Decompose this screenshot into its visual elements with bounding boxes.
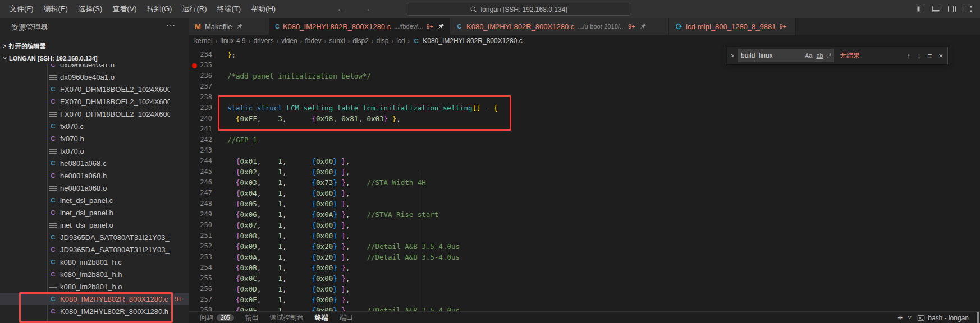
- tab-k080-uboot[interactable]: C K080_IM2HYL802R_800X1280.c .../u-boot-…: [450, 18, 669, 35]
- file-row[interactable]: CFX070_DHM18BOEL2_1024X600.h: [0, 95, 189, 108]
- line-number[interactable]: 241: [189, 124, 212, 135]
- menu-终端T[interactable]: 终端(T): [212, 0, 246, 18]
- code-line[interactable]: 243: [189, 145, 980, 156]
- line-number[interactable]: 244: [189, 156, 212, 167]
- panel-tab-问题[interactable]: 问题205: [200, 313, 234, 322]
- file-row[interactable]: inet_dsi_panel.o: [0, 219, 189, 231]
- file-row[interactable]: dx0960be40a1.o: [0, 71, 189, 83]
- line-number[interactable]: 242: [189, 135, 212, 145]
- line-number[interactable]: 238: [189, 92, 212, 103]
- code-editor[interactable]: 234};235236/*add panel initialization be…: [189, 47, 980, 311]
- code-line[interactable]: 244 {0x01, 1, {0x00} },: [189, 156, 980, 167]
- breadcrumb-item[interactable]: fbdev: [305, 37, 321, 45]
- toggle-panel-icon[interactable]: [932, 4, 941, 13]
- tab-makefile[interactable]: M Makefile: [189, 18, 269, 35]
- code-line[interactable]: 239static struct LCM_setting_table lcm_i…: [189, 103, 980, 113]
- line-number[interactable]: 239: [189, 103, 212, 113]
- breadcrumb-item[interactable]: lcd: [396, 37, 405, 45]
- forward-arrow-icon[interactable]: →: [363, 3, 371, 13]
- panel-tab-终端[interactable]: 终端: [315, 313, 328, 322]
- line-number[interactable]: 253: [189, 252, 212, 262]
- file-row[interactable]: Cfx070.c: [0, 120, 189, 132]
- code-line[interactable]: 255 {0x0C, 1, {0x00} },: [189, 273, 980, 284]
- scrollbar[interactable]: [977, 312, 979, 323]
- line-number[interactable]: 236: [189, 71, 212, 81]
- command-center-search[interactable]: longan [SSH: 192.168.0.134]: [406, 3, 631, 16]
- code-line[interactable]: 251 {0x08, 1, {0x00} },: [189, 230, 980, 241]
- code-line[interactable]: 248 {0x05, 1, {0x00} },: [189, 199, 980, 209]
- breakpoint-icon[interactable]: [192, 63, 197, 68]
- code-line[interactable]: 258 {0x0F, 1, {0x00} }, //Detail A&B 3.5…: [189, 305, 980, 311]
- new-terminal-icon[interactable]: +: [897, 313, 903, 323]
- code-line[interactable]: 237: [189, 81, 980, 92]
- breadcrumb-item[interactable]: sunxi: [329, 37, 345, 45]
- tab-k080-fbdev[interactable]: C K080_IM2HYL802R_800X1280.c .../fbdev/.…: [269, 18, 450, 35]
- whole-word-icon[interactable]: ab: [816, 52, 823, 59]
- section-workspace[interactable]: > LONGAN [SSH: 192.168.0.134]: [0, 52, 189, 64]
- toggle-secondary-sidebar-icon[interactable]: [947, 4, 956, 13]
- file-row[interactable]: fx070.o: [0, 145, 189, 157]
- code-line[interactable]: 249 {0x06, 1, {0x0A} }, //STVA Rise star…: [189, 209, 980, 220]
- file-row[interactable]: CJD9365DA_SAT080AT31I21Y03_26114M...: [0, 243, 189, 256]
- file-row[interactable]: Ck080_im2b801_h.h: [0, 268, 189, 280]
- file-row[interactable]: Ck080_im2b801_h.c: [0, 256, 189, 268]
- find-expand-chevron-icon[interactable]: >: [727, 53, 738, 59]
- code-line[interactable]: 238: [189, 92, 980, 103]
- code-line[interactable]: 256 {0x0D, 1, {0x00} },: [189, 284, 980, 294]
- regex-icon[interactable]: .*: [827, 52, 831, 59]
- menu-帮助H[interactable]: 帮助(H): [246, 0, 281, 18]
- close-icon[interactable]: ×: [938, 52, 943, 60]
- code-line[interactable]: 245 {0x02, 1, {0x00} },: [189, 167, 980, 177]
- file-row[interactable]: Cfx070.h: [0, 132, 189, 145]
- section-open-editors[interactable]: > 打开的编辑器: [0, 40, 189, 52]
- line-number[interactable]: 247: [189, 188, 212, 199]
- line-number[interactable]: 252: [189, 241, 212, 252]
- menu-运行R[interactable]: 运行(R): [177, 0, 212, 18]
- panel-tab-输出[interactable]: 输出: [245, 313, 259, 322]
- line-number[interactable]: 254: [189, 262, 212, 273]
- breadcrumb-item[interactable]: disp: [377, 37, 389, 45]
- breadcrumb-item[interactable]: kernel: [194, 37, 213, 45]
- code-line[interactable]: 250 {0x07, 1, {0x00} },: [189, 220, 980, 230]
- menu-选择S[interactable]: 选择(S): [73, 0, 107, 18]
- code-line[interactable]: 257 {0x0E, 1, {0x00} },: [189, 294, 980, 305]
- code-line[interactable]: 252 {0x09, 1, {0x20} }, //Detail A&B 3.5…: [189, 241, 980, 252]
- menu-编辑E[interactable]: 编辑(E): [39, 0, 73, 18]
- pin-icon[interactable]: [639, 22, 647, 30]
- line-number[interactable]: 250: [189, 220, 212, 230]
- toggle-sidebar-icon[interactable]: [916, 4, 925, 13]
- line-number[interactable]: 234: [189, 49, 212, 60]
- line-number[interactable]: 248: [189, 199, 212, 209]
- line-number[interactable]: 246: [189, 177, 212, 188]
- line-number[interactable]: 256: [189, 284, 212, 294]
- code-line[interactable]: 240 {0xFF, 3, {0x98, 0x81, 0x03} },: [189, 113, 980, 124]
- breadcrumb-item[interactable]: video: [281, 37, 297, 45]
- line-number[interactable]: 243: [189, 145, 212, 156]
- line-number[interactable]: 251: [189, 230, 212, 241]
- find-next-icon[interactable]: ↓: [917, 52, 921, 60]
- line-number[interactable]: 245: [189, 167, 212, 177]
- panel-tab-端口[interactable]: 端口: [340, 313, 353, 322]
- terminal-dropdown-icon[interactable]: >: [907, 316, 913, 320]
- customize-layout-icon[interactable]: [963, 4, 972, 13]
- menu-转到G[interactable]: 转到(G): [142, 0, 177, 18]
- line-number[interactable]: 240: [189, 113, 212, 124]
- file-row[interactable]: CK080_IM2HYL802R_800X1280.h: [0, 305, 189, 317]
- code-line[interactable]: 241: [189, 124, 980, 135]
- file-row[interactable]: Cinet_dsi_panel.h: [0, 206, 189, 219]
- file-row[interactable]: CFX070_DHM18BOEL2_1024X600.c: [0, 83, 189, 95]
- file-row[interactable]: FX070_DHM18BOEL2_1024X600.o: [0, 108, 189, 120]
- match-case-icon[interactable]: Aa: [805, 52, 812, 59]
- terminal-instance[interactable]: bash - longan: [917, 314, 969, 322]
- breadcrumb-item[interactable]: linux-4.9: [220, 37, 245, 45]
- line-number[interactable]: 255: [189, 273, 212, 284]
- code-line[interactable]: 236/*add panel initialization below*/: [189, 71, 980, 81]
- file-row[interactable]: CJD9365DA_SAT080AT31I21Y03_26114M...: [0, 231, 189, 243]
- code-line[interactable]: 247 {0x04, 1, {0x00} },: [189, 188, 980, 199]
- file-row[interactable]: CK080_IM2HYL802R_800X1280.c9+: [0, 293, 189, 305]
- breadcrumb-item[interactable]: disp2: [352, 37, 369, 45]
- code-line[interactable]: 253 {0x0A, 1, {0x20} }, //Detail A&B 3.5…: [189, 252, 980, 262]
- file-row[interactable]: Cinet_dsi_panel.c: [0, 194, 189, 206]
- breadcrumb-item[interactable]: drivers: [253, 37, 273, 45]
- find-in-selection-icon[interactable]: ≡: [928, 52, 932, 60]
